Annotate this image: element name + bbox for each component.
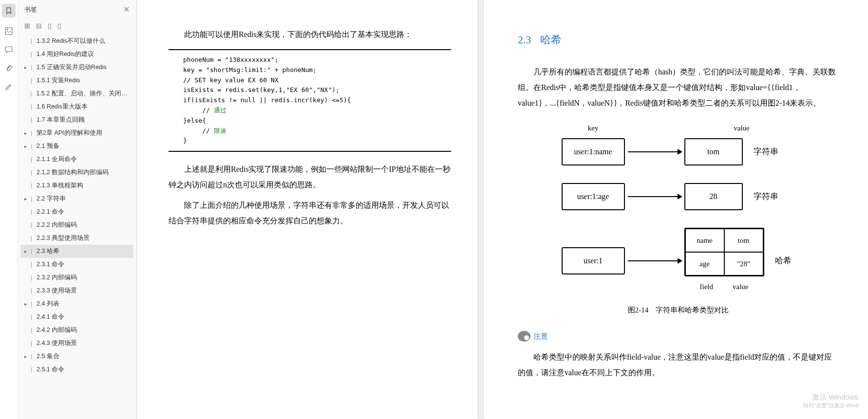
comment-icon[interactable]	[4, 45, 14, 55]
bookmark-label: 2.1.3 单线程架构	[37, 182, 83, 190]
bookmark-glyph-icon: ❘	[29, 77, 34, 84]
expand-arrow-icon[interactable]: ▸	[22, 354, 28, 359]
bookmark-item[interactable]: ❘2.5.1 命令	[20, 363, 133, 376]
note-heading: 注意	[518, 329, 839, 344]
expand-all-icon[interactable]: ⊞	[24, 22, 30, 30]
bookmark-item[interactable]: ❘2.2.1 命令	[20, 205, 133, 219]
bookmark-item[interactable]: ▸❘第2章 API的理解和使用	[20, 127, 133, 140]
bookmark-item[interactable]: ❘1.7 本章重点回顾	[20, 113, 133, 127]
diagram-row: user:1 nametom age"28" fieldvalue 哈希	[562, 228, 795, 294]
activation-watermark: 激活 Windows 转到"设置"以激活 Wind	[803, 392, 858, 409]
paragraph: 几乎所有的编程语言都提供了哈希（hash）类型，它们的叫法可能是哈希、字典、关联…	[518, 64, 839, 111]
bookmark-glyph-icon: ❘	[29, 182, 34, 189]
bookmark-item[interactable]: ❘2.1.3 单线程架构	[20, 179, 133, 192]
bookmark-item[interactable]: ❘2.2.3 典型使用场景	[20, 232, 133, 245]
bookmark-item[interactable]: ▸❘2.4 列表	[20, 297, 133, 310]
bookmark-item[interactable]: ❘2.2.2 内部编码	[20, 219, 133, 232]
bookmark-item[interactable]: ▸❘2.2 字符串	[20, 192, 133, 205]
bookmark-label: 1.3.2 Redis不可以做什么	[37, 37, 105, 45]
bookmark-label: 1.4 用好Redis的建议	[37, 50, 94, 58]
bookmark-glyph-icon: ❘	[29, 235, 34, 241]
bookmark-glyph-icon: ❘	[29, 327, 34, 333]
expand-arrow-icon[interactable]: ▸	[22, 249, 28, 254]
bookmark-label: 1.7 本章重点回顾	[37, 116, 85, 124]
bookmark-item[interactable]: ❘1.3.2 Redis不可以做什么	[20, 35, 133, 48]
bookmark-label: 1.6 Redis重大版本	[37, 103, 88, 111]
figure-caption: 图2-14 字符串和哈希类型对比	[518, 303, 839, 317]
bookmark-sidebar: 书签 ✕ ⊞ ⊟ ▯ ▯ ❘1.3.2 Redis不可以做什么❘1.4 用好Re…	[18, 0, 137, 419]
diagram-row: user:1:name tom 字符串	[562, 138, 795, 165]
bookmark-glyph-icon: ❘	[29, 274, 34, 281]
bookmark-tool2-icon[interactable]: ▯	[57, 22, 61, 30]
tool-iconbar	[0, 0, 18, 419]
bookmark-glyph-icon: ❘	[29, 51, 34, 57]
bookmark-label: 2.2.2 内部编码	[37, 221, 77, 229]
bookmark-item[interactable]: ▸❘2.3 哈希	[20, 245, 133, 258]
bookmark-glyph-icon: ❘	[29, 248, 34, 255]
bookmark-item[interactable]: ❘2.1.1 全局命令	[20, 153, 133, 166]
bookmark-label: 第2章 API的理解和使用	[37, 129, 102, 137]
bookmark-label: 1.5.1 安装Redis	[37, 76, 80, 85]
bookmark-label: 2.2.3 典型使用场景	[37, 234, 90, 242]
edit-icon[interactable]	[4, 82, 14, 91]
expand-arrow-icon[interactable]: ▸	[22, 301, 28, 307]
bookmark-glyph-icon: ❘	[29, 222, 34, 228]
sidebar-header: 书签 ✕	[18, 0, 136, 19]
bookmark-item[interactable]: ❘2.3.2 内部编码	[20, 271, 133, 284]
bookmark-icon[interactable]	[2, 4, 16, 18]
bookmark-label: 2.3.1 命令	[37, 260, 64, 269]
bookmark-label: 2.5 集合	[37, 352, 59, 361]
expand-arrow-icon[interactable]: ▸	[22, 130, 28, 136]
bookmark-item[interactable]: ❘2.4.1 命令	[20, 310, 133, 324]
bookmark-label: 1.5.2 配置、启动、操作、关闭Redis	[36, 90, 132, 98]
bookmark-item[interactable]: ❘1.6 Redis重大版本	[20, 100, 133, 113]
bookmark-item[interactable]: ❘1.5.1 安装Redis	[20, 74, 133, 87]
bookmark-label: 2.1 预备	[37, 142, 59, 150]
bookmark-glyph-icon: ❘	[29, 64, 34, 71]
collapse-all-icon[interactable]: ⊟	[36, 22, 42, 30]
bookmark-label: 2.2 字符串	[37, 195, 66, 203]
close-icon[interactable]: ✕	[123, 5, 130, 14]
bookmark-glyph-icon: ❘	[29, 196, 34, 202]
bookmark-label: 2.1.2 数据结构和内部编码	[37, 168, 109, 177]
bookmark-item[interactable]: ❘2.4.3 使用场景	[20, 337, 133, 350]
image-icon[interactable]	[4, 26, 14, 36]
bookmark-glyph-icon: ❘	[29, 261, 34, 268]
bookmark-label: 2.4 列表	[37, 300, 59, 308]
arrow-icon	[628, 196, 681, 197]
page-right: 2.3哈希 几乎所有的编程语言都提供了哈希（hash）类型，它们的叫法可能是哈希…	[484, 0, 868, 419]
bookmark-tool-icon[interactable]: ▯	[48, 22, 52, 30]
bookmark-label: 2.3.2 内部编码	[37, 273, 77, 282]
bookmark-item[interactable]: ▸❘2.1 预备	[20, 140, 133, 153]
bookmark-glyph-icon: ❘	[29, 288, 34, 294]
expand-arrow-icon[interactable]: ▸	[22, 144, 28, 149]
bookmark-label: 2.2.1 命令	[37, 208, 64, 216]
note-icon	[518, 331, 530, 342]
arrow-icon	[628, 151, 681, 152]
bookmark-item[interactable]: ❘1.4 用好Redis的建议	[20, 48, 133, 61]
bookmark-item[interactable]: ▸❘1.5 正确安装并启动Redis	[20, 61, 133, 74]
bookmark-glyph-icon: ❘	[29, 353, 34, 360]
bookmark-item[interactable]: ❘2.3.3 使用场景	[20, 284, 133, 297]
attachment-icon[interactable]	[4, 63, 14, 73]
bookmark-label: 2.1.1 全局命令	[37, 155, 77, 164]
bookmark-glyph-icon: ❘	[29, 366, 34, 373]
paragraph: 除了上面介绍的几种使用场景，字符串还有非常多的适用场景，开发人员可以结合字符串提…	[169, 198, 451, 229]
sidebar-tools: ⊞ ⊟ ▯ ▯	[18, 19, 136, 35]
hash-table: nametom age"28"	[684, 228, 764, 276]
bookmark-item[interactable]: ❘2.3.1 命令	[20, 258, 133, 271]
bookmark-glyph-icon: ❘	[29, 314, 34, 320]
bookmark-label: 2.4.2 内部编码	[37, 326, 77, 334]
bookmark-glyph-icon: ❘	[29, 130, 34, 136]
sidebar-title: 书签	[24, 5, 123, 14]
section-heading: 2.3哈希	[518, 29, 839, 51]
expand-arrow-icon[interactable]: ▸	[22, 196, 28, 201]
bookmark-item[interactable]: ▸❘2.5 集合	[20, 350, 133, 363]
bookmark-item[interactable]: ❘2.4.2 内部编码	[20, 324, 133, 337]
expand-arrow-icon[interactable]: ▸	[22, 65, 28, 70]
page-left: 此功能可以使用Redis来实现，下面的伪代码给出了基本实现思路： phoneNu…	[137, 0, 478, 419]
bookmark-item[interactable]: ❘1.5.2 配置、启动、操作、关闭Redis	[20, 87, 133, 100]
figure-2-14: keyvalue user:1:name tom 字符串 user:1:age …	[562, 121, 795, 294]
bookmark-label: 2.3.3 使用场景	[37, 287, 77, 295]
bookmark-item[interactable]: ❘2.1.2 数据结构和内部编码	[20, 166, 133, 179]
